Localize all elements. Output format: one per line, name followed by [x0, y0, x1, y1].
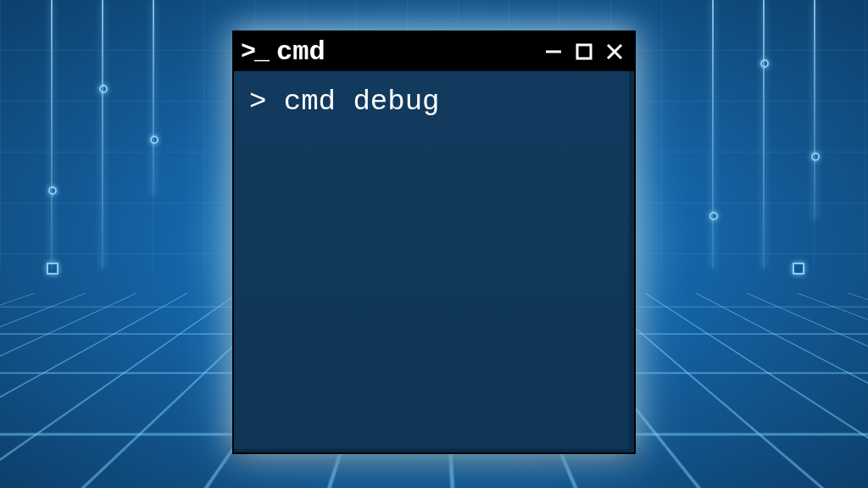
window-title: cmd [276, 36, 542, 68]
prompt: > [249, 86, 266, 118]
window-controls [542, 41, 626, 63]
maximize-button[interactable] [573, 41, 595, 63]
titlebar[interactable]: >_ cmd [234, 32, 634, 71]
svg-rect-1 [577, 45, 591, 58]
terminal-icon: >_ [241, 37, 268, 66]
minimize-button[interactable] [542, 41, 565, 63]
command-text: cmd debug [284, 86, 440, 118]
terminal-body[interactable]: > cmd debug [234, 71, 634, 452]
terminal-window: >_ cmd > cmd debug [232, 30, 636, 454]
close-button[interactable] [604, 41, 626, 63]
